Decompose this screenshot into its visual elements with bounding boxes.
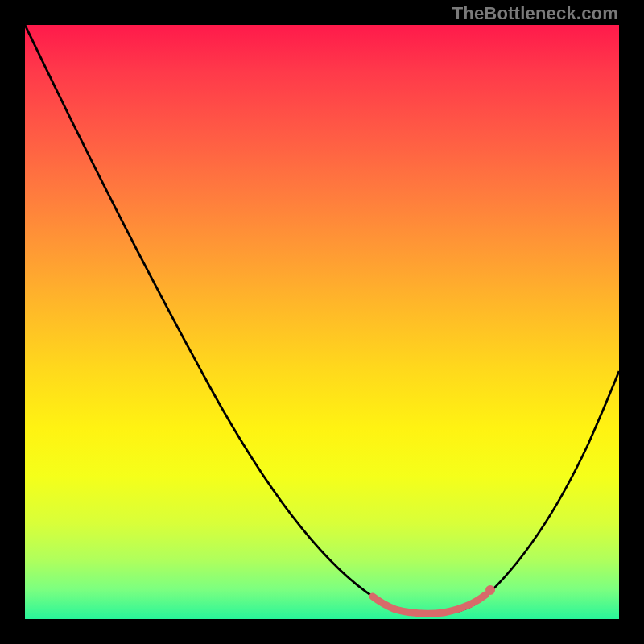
bottleneck-curve	[25, 25, 619, 614]
optimal-range-marker	[373, 595, 485, 613]
marker-end-dot	[485, 585, 495, 595]
plot-area	[25, 25, 619, 619]
chart-frame: TheBottleneck.com	[0, 0, 644, 644]
curve-layer	[25, 25, 619, 619]
watermark-text: TheBottleneck.com	[452, 3, 618, 24]
